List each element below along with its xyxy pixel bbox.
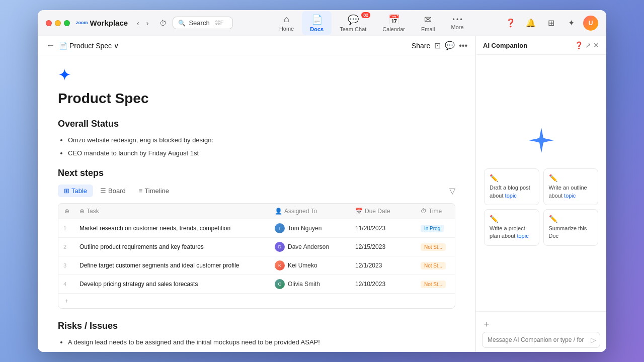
table-row: 1 Market research on customer needs, tre… [58,219,455,238]
status: Not St... [415,239,455,255]
ai-body: ✏️ Draft a blog post about topic ✏️ Writ… [476,55,606,311]
main-content: ← 📄 Product Spec ∨ Share ⊡ 💬 ••• ✦ Produ… [38,36,606,352]
tab-timeline-label: Timeline [144,187,169,195]
status: In Prog [415,221,455,236]
doc-title-button[interactable]: Product Spec ∨ [69,42,119,50]
ai-action-blog-text: Draft a blog post about topic [490,184,534,200]
apps-button[interactable]: ⊞ [543,15,559,31]
tab-board-label: Board [108,187,126,195]
share-button[interactable]: Share [412,42,430,50]
ai-add-button[interactable]: ＋ [482,316,491,332]
help-button[interactable]: ❓ [503,15,519,31]
calendar-icon: 📅 [388,14,399,25]
nav-email[interactable]: ✉ Email [413,11,443,35]
timeline-icon: ≡ [139,187,143,195]
notifications-button[interactable]: 🔔 [523,15,539,31]
plan-icon: ✏️ [490,215,534,223]
risks-section: Risks / Issues A design lead needs to be… [58,321,455,352]
ai-action-outline[interactable]: ✏️ Write an outline about topic [543,168,599,205]
risks-heading: Risks / Issues [58,321,455,331]
close-button[interactable] [46,20,52,26]
tab-board[interactable]: ☰ Board [94,185,132,197]
nav-home[interactable]: ⌂ Home [271,11,302,35]
ai-action-blog[interactable]: ✏️ Draft a blog post about topic [484,168,539,205]
avatar: T [275,223,285,233]
assignee-name: Kei Umeko [288,262,317,269]
zoom-brand: zoom Workplace [76,19,128,27]
row-num: 3 [58,258,73,273]
task-col-icon: ⊕ [79,208,85,215]
doc-back-button[interactable]: ← [46,40,55,51]
filter-button[interactable]: ▽ [449,186,455,196]
calendar-col-icon: 📅 [355,208,363,215]
history-button[interactable]: ⏱ [155,17,171,29]
ai-help-button[interactable]: ❓ [575,41,583,49]
chevron-down-icon: ∨ [114,42,119,50]
table-header: ⊕ ⊕ Task 👤 Assigned To 📅 Due Date ⏱ Time [58,204,455,219]
status: Not St... [415,277,455,292]
tab-table[interactable]: ⊞ Table [58,185,93,197]
summarize-icon: ✏️ [549,215,593,223]
doc-area: ← 📄 Product Spec ∨ Share ⊡ 💬 ••• ✦ Produ… [38,36,475,352]
home-icon: ⌂ [284,14,289,25]
status-badge: Not St... [421,281,446,288]
task-name: Outline product requirements and key fea… [73,239,269,255]
avatar: D [275,242,285,252]
due-date: 11/20/2023 [349,221,415,236]
forward-arrow[interactable]: › [143,17,152,29]
doc-type-icon: 📄 [59,42,67,50]
list-item: Omzo website redesign, eng is blocked by… [68,135,455,145]
ai-external-button[interactable]: ↗ [585,41,591,49]
table-row: 3 Define target customer segments and id… [58,256,455,275]
overall-status-list: Omzo website redesign, eng is blocked by… [58,135,455,158]
table-row: 2 Outline product requirements and key f… [58,238,455,256]
assignee-cell: K Kei Umeko [269,256,349,275]
more-icon: • • • [452,16,462,23]
ai-close-button[interactable]: ✕ [593,41,599,49]
plus-icon: ＋ [63,297,69,305]
status-badge: In Prog [421,225,444,232]
tab-timeline[interactable]: ≡ Timeline [133,185,175,197]
nav-more[interactable]: • • • More [443,13,471,33]
maximize-button[interactable] [64,20,70,26]
comment-button[interactable]: 💬 [445,41,455,50]
add-row-button[interactable]: ＋ [58,294,455,308]
toolbar-right: Share ⊡ 💬 ••• [412,41,467,50]
ai-button[interactable]: ✦ [563,15,579,31]
nav-more-label: More [451,24,463,30]
search-box[interactable]: 🔍 Search ⌘F [173,17,233,29]
ai-action-summarize[interactable]: ✏️ Summarize this Doc [543,209,599,246]
nav-docs[interactable]: 📄 Docs [302,11,332,35]
assignee-name: Tom Nguyen [288,225,321,232]
due-date: 12/1/2023 [349,258,415,273]
risks-list: A design lead needs to be assigned and t… [58,337,455,352]
col-assigned: 👤 Assigned To [269,204,349,219]
minimize-button[interactable] [55,20,61,26]
avatar[interactable]: U [583,16,598,31]
ai-header-icons: ❓ ↗ ✕ [575,41,599,49]
status-badge: Not St... [421,262,446,269]
assignee-cell: D Dave Anderson [269,238,349,256]
list-item: Meeting cost targets for premium feature… [68,350,455,352]
teamchat-icon: 💬 [348,14,359,25]
nav-home-label: Home [279,26,294,32]
nav-calendar[interactable]: 📅 Calendar [374,11,413,35]
titlebar-right: ❓ 🔔 ⊞ ✦ U [503,15,598,31]
more-options-button[interactable]: ••• [459,41,467,50]
back-arrow[interactable]: ‹ [134,17,142,29]
due-date: 12/10/2023 [349,277,415,292]
ai-action-plan[interactable]: ✏️ Write a project plan about topic [484,209,539,246]
nav-teamchat[interactable]: 💬 Team Chat 82 [332,11,374,35]
ai-action-plan-text: Write a project plan about topic [490,225,534,240]
doc-title-label: Product Spec [69,42,112,50]
ai-send-button[interactable]: ▷ [591,336,596,344]
doc-body: ✦ Product Spec Overall Status Omzo websi… [38,55,475,352]
ai-star-icon: ✦ [58,65,455,84]
search-icon: 🔍 [178,20,186,27]
present-button[interactable]: ⊡ [434,41,441,50]
search-label: Search [189,19,209,27]
ai-message-input[interactable] [482,332,600,348]
avatar: K [275,260,285,270]
avatar: O [275,279,285,289]
ai-input-wrap: ▷ [482,332,600,348]
